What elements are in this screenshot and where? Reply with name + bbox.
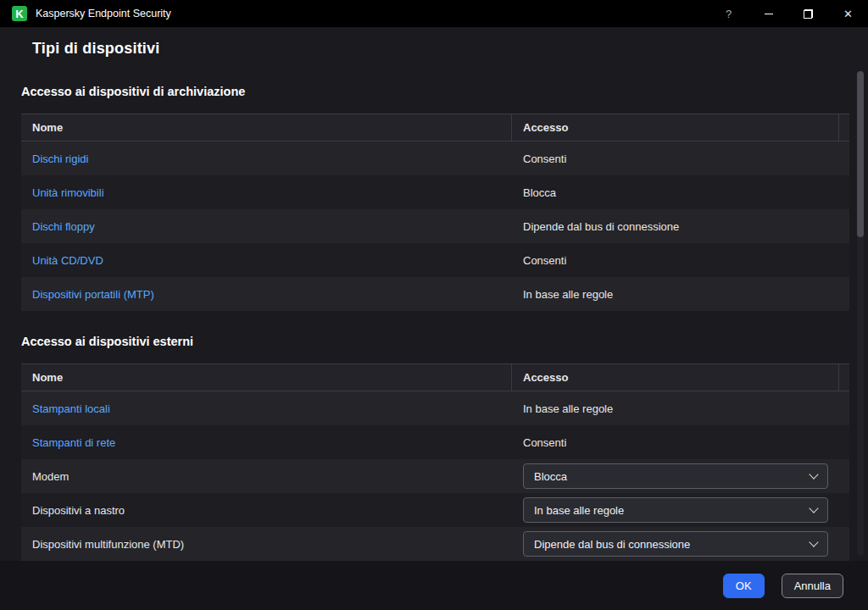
device-name: Modem (21, 470, 512, 483)
table-header: Nome Accesso (21, 363, 849, 391)
table-row: Stampanti di rete Consenti (21, 425, 849, 459)
device-link[interactable]: Dischi floppy (32, 220, 95, 233)
minimize-icon (765, 14, 773, 14)
window-controls: ? ✕ (709, 0, 868, 27)
table-row: Dischi rigidi Consenti (21, 141, 849, 175)
table-row: Dischi floppy Dipende dal bus di conness… (21, 209, 849, 243)
access-value: In base alle regole (512, 402, 839, 415)
app-window: K Kaspersky Endpoint Security ? ✕ Tipi d… (0, 0, 868, 610)
access-dropdown[interactable]: In base alle regole (523, 497, 828, 523)
external-devices-table: Nome Accesso Stampanti locali In base al… (21, 363, 849, 561)
table-row: Dispositivi multifunzione (MTD) Dipende … (21, 527, 849, 561)
device-link[interactable]: Stampanti di rete (32, 436, 115, 449)
storage-devices-table: Nome Accesso Dischi rigidi Consenti Unit… (21, 114, 849, 311)
table-row: Dispositivi a nastro In base alle regole (21, 493, 849, 527)
content-area: Accesso ai dispositivi di archiviazione … (0, 71, 868, 561)
table-header: Nome Accesso (21, 114, 849, 141)
column-header-nome: Nome (21, 364, 512, 391)
access-value: Consenti (512, 152, 839, 165)
table-row: Dispositivi portatili (MTP) In base alle… (21, 277, 849, 311)
table-row: Unità rimovibili Blocca (21, 175, 849, 209)
restore-icon (804, 9, 813, 19)
titlebar-left: K Kaspersky Endpoint Security (12, 6, 171, 21)
dropdown-selected-value: Blocca (534, 470, 567, 483)
device-link[interactable]: Unità CD/DVD (32, 254, 103, 267)
chevron-down-icon (809, 503, 818, 513)
table-row: Modem Blocca (21, 459, 849, 493)
footer-bar: OK Annulla (0, 561, 868, 610)
chevron-down-icon (809, 469, 818, 479)
access-value: Blocca (512, 186, 839, 199)
device-link[interactable]: Dispositivi portatili (MTP) (32, 288, 154, 301)
restore-button[interactable] (788, 0, 828, 27)
access-value: Consenti (512, 254, 839, 267)
table-row: Unità CD/DVD Consenti (21, 243, 849, 277)
access-dropdown[interactable]: Dipende dal bus di connessione (523, 531, 828, 557)
column-header-nome: Nome (21, 114, 512, 141)
minimize-button[interactable] (748, 0, 788, 27)
device-link[interactable]: Stampanti locali (32, 402, 110, 415)
column-header-accesso: Accesso (512, 364, 839, 391)
titlebar: K Kaspersky Endpoint Security ? ✕ (0, 0, 868, 27)
dropdown-selected-value: Dipende dal bus di connessione (534, 538, 690, 551)
device-name: Dispositivi multifunzione (MTD) (21, 538, 512, 551)
ok-button[interactable]: OK (723, 574, 765, 598)
scrollbar-thumb[interactable] (857, 71, 864, 237)
kaspersky-logo-icon: K (12, 6, 27, 21)
page-title: Tipi di dispositivi (32, 39, 868, 58)
section-heading-esterni: Accesso ai dispositivi esterni (21, 333, 849, 350)
device-link[interactable]: Unità rimovibili (32, 186, 104, 199)
section-heading-archiviazione: Accesso ai dispositivi di archiviazione (21, 83, 849, 100)
access-value: Dipende dal bus di connessione (512, 220, 839, 233)
chevron-down-icon (809, 537, 818, 546)
access-dropdown[interactable]: Blocca (523, 463, 828, 489)
device-link[interactable]: Dischi rigidi (32, 152, 88, 165)
app-title: Kaspersky Endpoint Security (36, 8, 171, 19)
access-value: Consenti (512, 436, 839, 449)
close-button[interactable]: ✕ (828, 0, 868, 27)
table-row: Stampanti locali In base alle regole (21, 391, 849, 425)
help-button[interactable]: ? (709, 0, 748, 27)
column-header-accesso: Accesso (512, 114, 839, 141)
access-value: In base alle regole (512, 288, 839, 301)
cancel-button[interactable]: Annulla (782, 574, 843, 598)
dropdown-selected-value: In base alle regole (534, 504, 624, 517)
device-name: Dispositivi a nastro (21, 504, 512, 517)
vertical-scrollbar[interactable] (857, 71, 864, 556)
